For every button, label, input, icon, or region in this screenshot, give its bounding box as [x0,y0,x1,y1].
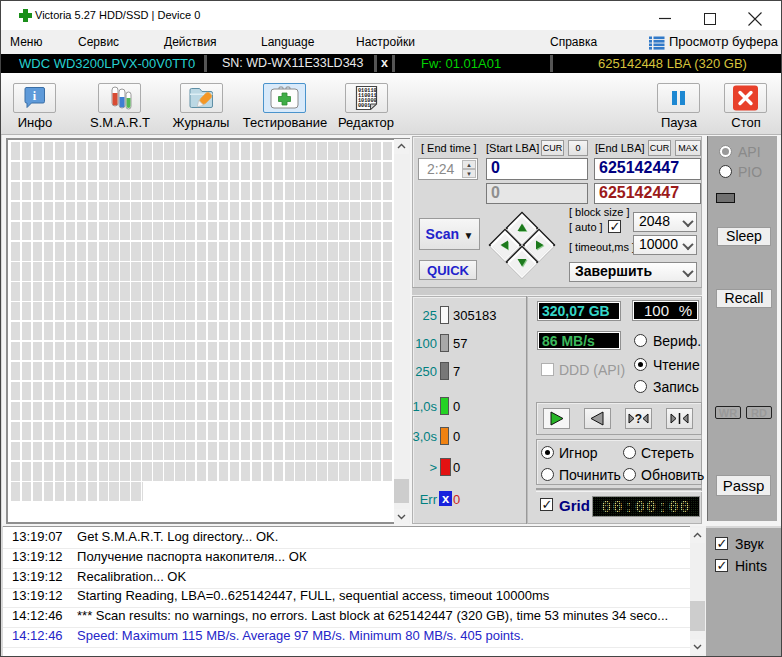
svg-text:00:00:00: 00:00:00 [601,498,691,516]
svg-text:?: ? [635,412,642,426]
svg-text:0001: 0001 [358,103,370,109]
